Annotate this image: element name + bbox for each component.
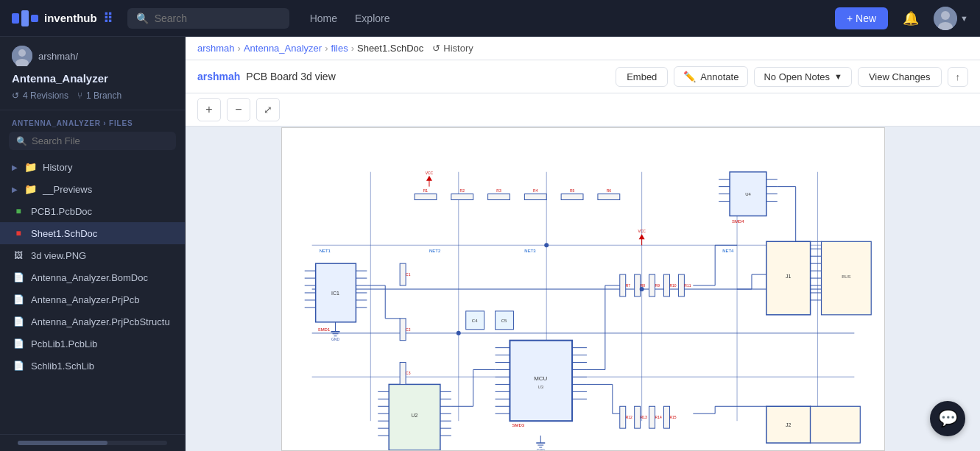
main-body: arshmah/ Antenna_Analyzer ↺ 4 Revisions … xyxy=(0,37,980,451)
avatar[interactable] xyxy=(934,7,957,30)
sidebar-search-input[interactable] xyxy=(32,135,169,146)
nav-explore[interactable]: Explore xyxy=(355,13,389,24)
viewer-toolbar: + − ⤢ xyxy=(186,93,980,127)
pcb-file-icon: ■ xyxy=(12,205,25,218)
file-item-prjpcbstructu[interactable]: 📄 Antenna_Analyzer.PrjPcbStructu xyxy=(0,310,185,333)
branch-meta[interactable]: ⑂ 1 Branch xyxy=(77,90,121,101)
folder-icon: 📁 xyxy=(24,182,37,196)
notes-label: No Open Notes xyxy=(764,71,830,82)
svg-text:R10: R10 xyxy=(669,284,676,288)
nav-home[interactable]: Home xyxy=(310,13,337,24)
file-item-3dview[interactable]: 🖼 3d view.PNG xyxy=(0,244,185,266)
zoom-in-icon: + xyxy=(205,103,212,116)
file-item-label: PCB1.PcbDoc xyxy=(31,206,92,217)
file-item-previews[interactable]: ▶ 📁 __Previews xyxy=(0,178,185,200)
chat-icon: 💬 xyxy=(938,409,958,428)
file-item-label: __Previews xyxy=(43,184,92,195)
breadcrumb-project[interactable]: Antenna_Analyzer xyxy=(244,43,322,54)
svg-text:SMD1: SMD1 xyxy=(317,327,330,331)
svg-rect-99 xyxy=(597,193,619,199)
view-changes-button[interactable]: View Changes xyxy=(858,67,942,87)
annotate-icon: ✏️ xyxy=(683,71,696,82)
breadcrumb-folder[interactable]: files xyxy=(331,43,348,54)
sidebar-avatar xyxy=(12,46,32,66)
zoom-out-icon: − xyxy=(235,103,242,116)
file-item-sheet1[interactable]: ■ Sheet1.SchDoc xyxy=(0,222,185,244)
fit-screen-button[interactable]: ⤢ xyxy=(256,98,280,121)
svg-point-164 xyxy=(639,287,644,291)
file-header: arshmah PCB Board 3d view Embed ✏️ Annot… xyxy=(186,60,980,93)
breadcrumb-history[interactable]: ↺ History xyxy=(432,43,473,54)
revisions-meta[interactable]: ↺ 4 Revisions xyxy=(12,90,68,101)
sidebar-search[interactable]: 🔍 xyxy=(9,132,176,150)
svg-rect-97 xyxy=(561,193,583,199)
file-item-schlib[interactable]: 📄 Schlib1.SchLib xyxy=(0,355,185,377)
svg-rect-2 xyxy=(31,15,38,22)
svg-text:R2: R2 xyxy=(459,188,465,192)
file-item-prjpcb[interactable]: 📄 Antenna_Analyzer.PrjPcb xyxy=(0,288,185,310)
file-item-label: Antenna_Analyzer.PrjPcbStructu xyxy=(31,316,170,327)
svg-text:R15: R15 xyxy=(669,416,676,419)
file-item-pcblib[interactable]: 📄 PcbLib1.PcbLib xyxy=(0,333,185,355)
file-item-label: History xyxy=(43,162,72,173)
file-item-history[interactable]: ▶ 📁 History xyxy=(0,156,185,178)
breadcrumb-user[interactable]: arshmah xyxy=(197,43,235,54)
notes-dropdown-icon: ▼ xyxy=(834,72,842,81)
nav-links: Home Explore xyxy=(310,13,390,24)
svg-text:C5: C5 xyxy=(501,318,507,322)
doc-file-icon: 📄 xyxy=(12,359,25,372)
breadcrumb-sep2: › xyxy=(325,43,328,54)
notification-bell-icon[interactable]: 🔔 xyxy=(903,10,919,26)
notes-button[interactable]: No Open Notes ▼ xyxy=(754,67,852,87)
svg-rect-103 xyxy=(400,318,406,340)
sidebar-search-icon: 🔍 xyxy=(16,136,27,146)
file-item-label: 3d view.PNG xyxy=(31,250,86,261)
sch-file-icon: ■ xyxy=(12,227,25,240)
file-item-label: Antenna_Analyzer.BomDoc xyxy=(31,272,148,283)
revisions-label: 4 Revisions xyxy=(23,90,68,101)
zoom-in-button[interactable]: + xyxy=(197,98,221,121)
svg-text:R5: R5 xyxy=(569,188,574,192)
logo[interactable]: inventhub ⠿ xyxy=(12,10,113,26)
doc-file-icon: 📄 xyxy=(12,271,25,284)
svg-point-7 xyxy=(18,49,26,57)
search-bar[interactable]: 🔍 xyxy=(127,8,289,29)
content-area: arshmah › Antenna_Analyzer › files › She… xyxy=(186,37,980,451)
file-author[interactable]: arshmah xyxy=(197,71,240,82)
annotate-label: Annotate xyxy=(700,71,738,82)
embed-button[interactable]: Embed xyxy=(616,67,668,87)
svg-text:R9: R9 xyxy=(655,284,660,288)
folder-caret-icon: ▶ xyxy=(12,185,18,193)
svg-rect-95 xyxy=(524,193,546,199)
logo-icon xyxy=(12,10,38,26)
search-input[interactable] xyxy=(155,13,281,24)
sidebar-meta: ↺ 4 Revisions ⑂ 1 Branch xyxy=(0,90,185,110)
branch-icon: ⑂ xyxy=(77,90,82,101)
chat-button[interactable]: 💬 xyxy=(930,401,965,436)
user-menu[interactable]: ▼ xyxy=(934,7,968,30)
file-item-bomdoc[interactable]: 📄 Antenna_Analyzer.BomDoc xyxy=(0,266,185,288)
file-item-pcb1[interactable]: ■ PCB1.PcbDoc xyxy=(0,200,185,222)
file-item-label: Antenna_Analyzer.PrjPcb xyxy=(31,294,139,305)
svg-text:J2: J2 xyxy=(786,422,791,427)
sidebar-scrollbar[interactable] xyxy=(18,441,167,445)
svg-text:C2: C2 xyxy=(406,327,411,331)
svg-text:R3: R3 xyxy=(496,188,501,192)
file-actions: Embed ✏️ Annotate No Open Notes ▼ View C… xyxy=(616,66,968,87)
image-file-icon: 🖼 xyxy=(12,249,25,262)
svg-rect-119 xyxy=(634,406,640,428)
svg-rect-113 xyxy=(663,274,669,296)
zoom-out-button[interactable]: − xyxy=(227,98,250,121)
schematic-viewer[interactable]: IC1 SMD1 xyxy=(186,127,980,451)
folder-caret-icon: ▶ xyxy=(12,163,18,171)
new-button[interactable]: + New xyxy=(835,7,888,29)
fit-screen-icon: ⤢ xyxy=(264,104,272,116)
sidebar-divider xyxy=(0,110,185,110)
file-item-label: Sheet1.SchDoc xyxy=(31,228,97,239)
svg-rect-107 xyxy=(619,274,625,296)
upload-button[interactable]: ↑ xyxy=(948,67,969,87)
annotate-button[interactable]: ✏️ Annotate xyxy=(674,66,748,87)
folder-icon: 📁 xyxy=(24,160,37,174)
svg-text:R12: R12 xyxy=(625,416,632,419)
history-icon: ↺ xyxy=(432,43,440,54)
